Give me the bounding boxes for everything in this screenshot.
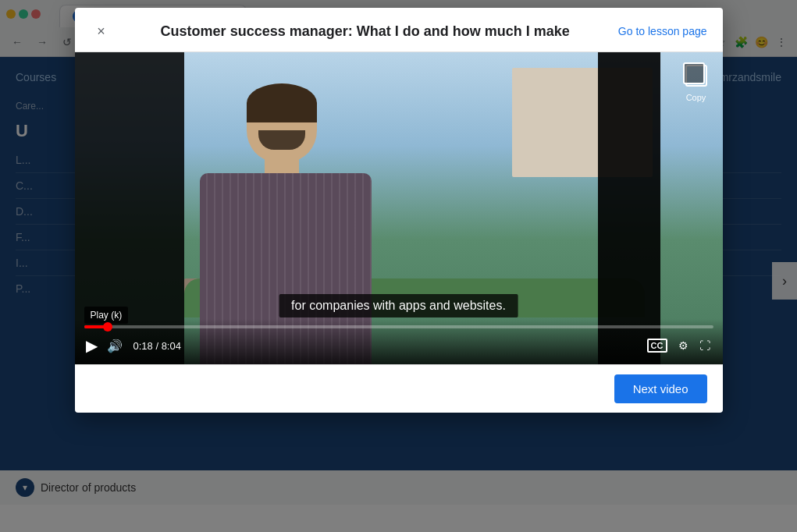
settings-button[interactable]: ⚙ [675,338,692,353]
modal-close-button[interactable]: × [91,20,112,42]
modal-title: Customer success manager: What I do and … [112,23,618,40]
cc-button[interactable]: CC [644,337,671,354]
controls-row: ▶ 🔊 0:18 / 8:04 CC ⚙ ⛶ [84,335,713,356]
person-beard [258,130,305,150]
person-hair [247,83,317,122]
video-player: Copy for companies with apps and website… [75,52,723,364]
modal-overlay: × Customer success manager: What I do an… [0,0,797,532]
lesson-page-link[interactable]: Go to lesson page [618,25,707,37]
progress-bar[interactable] [84,325,713,328]
progress-dot [103,322,112,332]
controls-right: CC ⚙ ⛶ [644,337,713,354]
copy-label: Copy [686,93,706,102]
copy-icon [685,65,707,87]
modal-footer: Next video [75,364,723,413]
subtitle-text: for companies with apps and websites. [279,294,518,317]
next-video-button[interactable]: Next video [614,374,707,403]
cc-icon: CC [647,339,667,353]
scene-window-right [598,52,660,364]
fullscreen-icon: ⛶ [699,339,710,352]
fullscreen-button[interactable]: ⛶ [696,338,713,353]
volume-button[interactable]: 🔊 [105,337,124,355]
person-head [247,83,317,161]
video-modal: × Customer success manager: What I do an… [75,8,723,413]
settings-icon: ⚙ [678,339,688,352]
video-scene [75,52,723,364]
time-display: 0:18 / 8:04 [133,340,181,352]
copy-icon-area: Copy [685,65,707,102]
video-controls: ▶ 🔊 0:18 / 8:04 CC ⚙ ⛶ [75,319,723,364]
play-button[interactable]: ▶ [84,335,99,356]
modal-header: × Customer success manager: What I do an… [75,8,723,52]
